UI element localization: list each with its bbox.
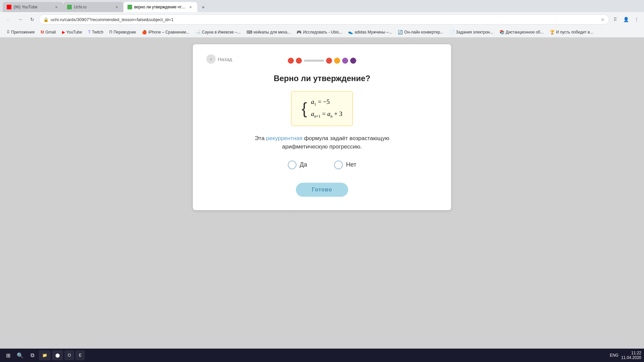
apps-icon: ⠿ xyxy=(7,30,10,35)
epic-icon: E xyxy=(79,353,82,358)
progress-dot-4 xyxy=(334,58,340,64)
file-explorer-app[interactable]: 📁 xyxy=(39,350,51,360)
back-arrow-icon: ‹ xyxy=(206,54,216,64)
bookmark-winner[interactable]: 🏆 И пусть победит в... xyxy=(547,29,596,35)
chrome-app[interactable]: ⬤ xyxy=(52,350,63,360)
gmail-icon: M xyxy=(41,30,44,35)
option-no[interactable]: Нет xyxy=(334,161,357,169)
opera-app[interactable]: O xyxy=(64,350,74,360)
address-text: uchi.ru/cards/30907?recommended_lesson=f… xyxy=(51,17,599,22)
date-display: 11.04.2020 xyxy=(621,355,641,360)
option-no-label: Нет xyxy=(346,161,357,168)
address-bar[interactable]: 🔒 uchi.ru/cards/30907?recommended_lesson… xyxy=(39,14,609,24)
iphone-icon: 🍎 xyxy=(142,30,147,35)
bookmark-winner-label: И пусть победит в... xyxy=(556,30,593,35)
youtube-icon: ▶ xyxy=(62,30,65,35)
bookmark-distance-label: Дистанционное об... xyxy=(506,30,544,35)
tab-1-close[interactable]: ✕ xyxy=(54,4,59,10)
star-icon[interactable]: ☆ xyxy=(601,17,605,22)
bookmark-tasks[interactable]: 📄 Задания электрон... xyxy=(447,29,496,35)
distance-icon: 📚 xyxy=(499,30,504,35)
tab-1-title: (96) YouTube xyxy=(13,5,52,9)
adidas-icon: 👟 xyxy=(348,30,353,35)
tab-3-close[interactable]: ✕ xyxy=(188,4,193,10)
menu-button[interactable]: ⋮ xyxy=(632,15,641,24)
task-view-button[interactable]: ⧉ xyxy=(27,350,38,361)
keycaps-icon: ⌨ xyxy=(247,30,252,35)
new-tab-button[interactable]: + xyxy=(199,3,208,12)
submit-button[interactable]: Готово xyxy=(296,183,348,197)
lock-icon: 🔒 xyxy=(43,17,49,22)
formula-box: { a1 = −5 an+1 = an + 3 xyxy=(291,91,353,126)
tab-bar: (96) YouTube ✕ Uchi.ru ✕ верно ли утверж… xyxy=(0,0,644,12)
bookmarks-bar: ⠿ Приложения M Gmail ▶ YouTube T Twitch … xyxy=(0,27,644,38)
tab-3-favicon xyxy=(127,5,132,9)
bookmark-adidas-label: adidas Мужчины –... xyxy=(355,30,392,35)
bookmark-iphone[interactable]: 🍎 iPhone – Сравнении... xyxy=(139,29,192,35)
start-button[interactable]: ⊞ xyxy=(3,350,13,361)
progress-dot-6 xyxy=(350,58,356,64)
tab-2-title: Uchi.ru xyxy=(74,5,112,9)
bookmark-apps[interactable]: ⠿ Приложения xyxy=(4,29,37,35)
bookmark-twitch-label: Twitch xyxy=(92,30,103,35)
bookmark-gmail-label: Gmail xyxy=(45,30,56,35)
bookmark-converter-label: Он-лайн конвертер... xyxy=(404,30,443,35)
search-button[interactable]: 🔍 xyxy=(15,350,25,361)
profile-button[interactable]: 👤 xyxy=(621,15,631,24)
brace-symbol: { xyxy=(302,101,307,117)
tab-3[interactable]: верно ли утверждение что эта... ✕ xyxy=(123,2,197,12)
tab-1[interactable]: (96) YouTube ✕ xyxy=(3,2,63,12)
option-yes-label: Да xyxy=(300,161,307,168)
equations: a1 = −5 an+1 = an + 3 xyxy=(311,98,342,119)
reload-button[interactable]: ↻ xyxy=(27,14,38,25)
tab-2[interactable]: Uchi.ru ✕ xyxy=(63,2,123,12)
language-indicator: ENG xyxy=(610,353,619,358)
bookmark-converter[interactable]: 🔄 Он-лайн конвертер... xyxy=(395,29,446,35)
bookmark-sauna-label: Сауна в Ижевске –... xyxy=(202,30,240,35)
twitch-icon: T xyxy=(88,30,91,35)
file-explorer-icon: 📁 xyxy=(42,353,47,358)
bookmark-youtube-label: YouTube xyxy=(66,30,82,35)
tasks-icon: 📄 xyxy=(449,30,454,35)
ubisoft-icon: 🎮 xyxy=(297,30,302,35)
bookmark-youtube[interactable]: ▶ YouTube xyxy=(59,29,85,35)
opera-icon: O xyxy=(68,353,71,358)
bookmark-ubisoft[interactable]: 🎮 Исследовать - Ubis... xyxy=(294,29,345,35)
bookmark-keycaps[interactable]: ⌨ кейкапы для меха... xyxy=(244,29,293,35)
bookmark-translator[interactable]: П Переводчик xyxy=(107,29,139,35)
translator-icon: П xyxy=(109,30,112,35)
bookmark-gmail[interactable]: M Gmail xyxy=(38,29,58,35)
back-label: Назад xyxy=(218,56,232,62)
forward-nav-button[interactable]: → xyxy=(15,14,25,25)
bookmark-translator-label: Переводчик xyxy=(114,30,136,35)
tab-2-close[interactable]: ✕ xyxy=(114,4,119,10)
bookmark-sauna[interactable]: 🛁 Сауна в Ижевске –... xyxy=(193,29,243,35)
browser-frame: (96) YouTube ✕ Uchi.ru ✕ верно ли утверж… xyxy=(0,0,644,362)
taskbar-right: ENG 11:22 11.04.2020 xyxy=(610,351,641,360)
back-button[interactable]: ‹ Назад xyxy=(206,54,232,64)
nav-icons: ⠿ 👤 ⋮ xyxy=(610,15,641,24)
back-nav-button[interactable]: ← xyxy=(3,14,13,25)
content-area: ‹ Назад Верно ли утверждение? { xyxy=(0,38,644,362)
bookmark-apps-label: Приложения xyxy=(11,30,35,35)
bookmark-distance[interactable]: 📚 Дистанционное об... xyxy=(497,29,546,35)
bookmark-twitch[interactable]: T Twitch xyxy=(86,29,106,35)
equation-2: an+1 = an + 3 xyxy=(311,110,342,119)
taskbar-time: 11:22 11.04.2020 xyxy=(621,351,641,360)
extensions-button[interactable]: ⠿ xyxy=(610,15,620,24)
question-card: ‹ Назад Верно ли утверждение? { xyxy=(193,44,451,210)
bookmark-ubisoft-label: Исследовать - Ubis... xyxy=(303,30,342,35)
option-yes[interactable]: Да xyxy=(288,161,307,169)
winner-icon: 🏆 xyxy=(550,30,555,35)
radio-no[interactable] xyxy=(334,161,343,169)
question-title: Верно ли утверждение? xyxy=(206,74,438,83)
time-display: 11:22 xyxy=(621,351,641,355)
bookmark-iphone-label: iPhone – Сравнении... xyxy=(148,30,189,35)
bookmark-tasks-label: Задания электрон... xyxy=(456,30,493,35)
progress-line xyxy=(304,60,324,62)
recurrent-link[interactable]: рекуррентная xyxy=(266,135,302,141)
epic-app[interactable]: E xyxy=(75,350,85,360)
bookmark-adidas[interactable]: 👟 adidas Мужчины –... xyxy=(345,29,394,35)
radio-yes[interactable] xyxy=(288,161,297,169)
progress-dot-2 xyxy=(296,58,302,64)
